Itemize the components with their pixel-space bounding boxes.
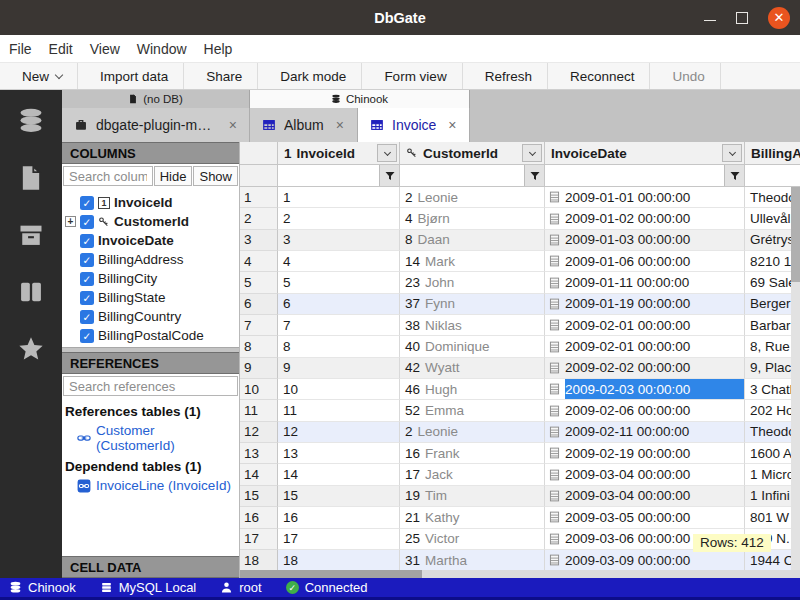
reference-link-invoiceline[interactable]: InvoiceLine (InvoiceId)	[65, 477, 237, 497]
invoice-date-cell[interactable]: 2009-03-04 00:00:00	[545, 486, 745, 507]
filter-menu-button[interactable]	[379, 165, 399, 186]
maximize-icon[interactable]	[736, 12, 748, 24]
columns-panel-header[interactable]: COLUMNS	[62, 142, 239, 164]
row-number-cell[interactable]: 14	[240, 464, 278, 485]
undo-button[interactable]: Undo	[650, 63, 720, 89]
tab-close-icon[interactable]: ×	[336, 117, 344, 133]
invoice-date-cell[interactable]: 2009-02-01 00:00:00	[545, 315, 745, 336]
column-checkbox[interactable]: ✓	[80, 196, 94, 210]
column-checkbox[interactable]: ✓	[80, 215, 94, 229]
customer-id-cell[interactable]: 16Frank	[400, 443, 545, 464]
menu-item-edit[interactable]: Edit	[49, 41, 73, 57]
customer-id-cell[interactable]: 8Daan	[400, 230, 545, 251]
invoice-id-cell[interactable]: 14	[278, 464, 400, 485]
customer-id-cell[interactable]: 14Mark	[400, 251, 545, 272]
column-checkbox[interactable]: ✓	[80, 272, 94, 286]
sidebar-archive-icon[interactable]	[16, 220, 46, 250]
status-root[interactable]: root	[220, 580, 261, 595]
row-number-cell[interactable]: 3	[240, 230, 278, 251]
row-number-cell[interactable]: 11	[240, 400, 278, 421]
column-item-invoiceid[interactable]: ✓1InvoiceId	[62, 193, 239, 212]
invoice-date-cell[interactable]: 2009-02-19 00:00:00	[545, 443, 745, 464]
invoice-id-cell[interactable]: 8	[278, 336, 400, 357]
close-icon[interactable]: ✕	[768, 7, 790, 29]
invoice-date-cell[interactable]: 2009-01-11 00:00:00	[545, 272, 745, 293]
customer-id-cell[interactable]: 2Leonie	[400, 422, 545, 443]
invoice-date-cell[interactable]: 2009-03-05 00:00:00	[545, 507, 745, 528]
row-number-cell[interactable]: 9	[240, 358, 278, 379]
row-number-cell[interactable]: 7	[240, 315, 278, 336]
customer-id-cell[interactable]: 46Hugh	[400, 379, 545, 400]
invoice-id-cell[interactable]: 7	[278, 315, 400, 336]
column-checkbox[interactable]: ✓	[80, 310, 94, 324]
invoice-id-cell[interactable]: 4	[278, 251, 400, 272]
invoice-id-cell[interactable]: 12	[278, 422, 400, 443]
column-menu-button[interactable]	[722, 144, 742, 162]
column-checkbox[interactable]: ✓	[80, 329, 94, 343]
import-data-button[interactable]: Import data	[78, 63, 184, 89]
row-number-cell[interactable]: 8	[240, 336, 278, 357]
new-button[interactable]: New	[0, 63, 78, 89]
expand-plus-icon[interactable]: +	[65, 216, 76, 227]
column-item-billingcountry[interactable]: ✓BillingCountry	[62, 307, 239, 326]
customer-id-cell[interactable]: 19Tim	[400, 486, 545, 507]
customer-id-cell[interactable]: 23John	[400, 272, 545, 293]
filter-menu-button[interactable]	[724, 165, 744, 186]
tab-album[interactable]: Album×	[250, 108, 358, 142]
status-mysql-local[interactable]: MySQL Local	[100, 580, 197, 595]
column-checkbox[interactable]: ✓	[80, 291, 94, 305]
invoice-id-cell[interactable]: 6	[278, 294, 400, 315]
invoice-date-cell[interactable]: 2009-01-02 00:00:00	[545, 208, 745, 229]
invoice-date-cell[interactable]: 2009-01-06 00:00:00	[545, 251, 745, 272]
menu-item-view[interactable]: View	[90, 41, 120, 57]
share-button[interactable]: Share	[184, 63, 258, 89]
column-header-invoiceid[interactable]: 1InvoiceId	[278, 142, 400, 165]
invoice-id-cell[interactable]: 15	[278, 486, 400, 507]
row-number-cell[interactable]: 4	[240, 251, 278, 272]
column-item-billingaddress[interactable]: ✓BillingAddress	[62, 250, 239, 269]
customer-id-cell[interactable]: 31Martha	[400, 550, 545, 571]
form-view-button[interactable]: Form view	[362, 63, 462, 89]
customer-id-cell[interactable]: 17Jack	[400, 464, 545, 485]
invoice-date-cell[interactable]: 2009-02-02 00:00:00	[545, 358, 745, 379]
vertical-scrollbar-thumb[interactable]	[791, 187, 800, 282]
filter-input-invoicedate[interactable]	[545, 165, 724, 186]
column-menu-button[interactable]	[377, 144, 397, 162]
column-header-invoicedate[interactable]: InvoiceDate	[545, 142, 745, 165]
menu-item-window[interactable]: Window	[137, 41, 187, 57]
tab-invoice[interactable]: Invoice×	[358, 108, 470, 142]
invoice-date-cell[interactable]: 2009-03-04 00:00:00	[545, 464, 745, 485]
tab-group-chinook[interactable]: Chinook	[250, 90, 470, 108]
cell-data-panel-header[interactable]: CELL DATA	[62, 556, 239, 578]
customer-id-cell[interactable]: 42Wyatt	[400, 358, 545, 379]
row-number-cell[interactable]: 5	[240, 272, 278, 293]
invoice-date-cell[interactable]: 2009-03-09 00:00:00	[545, 550, 745, 571]
column-checkbox[interactable]: ✓	[80, 234, 94, 248]
customer-id-cell[interactable]: 2Leonie	[400, 187, 545, 208]
menu-item-file[interactable]: File	[9, 41, 32, 57]
invoice-date-cell[interactable]: 2009-01-19 00:00:00	[545, 294, 745, 315]
invoice-id-cell[interactable]: 16	[278, 507, 400, 528]
invoice-id-cell[interactable]: 13	[278, 443, 400, 464]
status-chinook[interactable]: Chinook	[9, 580, 76, 595]
invoice-id-cell[interactable]: 17	[278, 529, 400, 550]
column-checkbox[interactable]: ✓	[80, 253, 94, 267]
invoice-date-cell[interactable]: 2009-02-06 00:00:00	[545, 400, 745, 421]
tab-group--no-db-[interactable]: (no DB)	[62, 90, 250, 108]
row-number-cell[interactable]: 12	[240, 422, 278, 443]
columns-search-input[interactable]	[63, 166, 153, 186]
customer-id-cell[interactable]: 37Fynn	[400, 294, 545, 315]
column-item-billingstate[interactable]: ✓BillingState	[62, 288, 239, 307]
column-header-billingaddress[interactable]: BillingAddress	[745, 142, 800, 165]
invoice-id-cell[interactable]: 18	[278, 550, 400, 571]
customer-id-cell[interactable]: 21Kathy	[400, 507, 545, 528]
invoice-id-cell[interactable]: 11	[278, 400, 400, 421]
invoice-id-cell[interactable]: 2	[278, 208, 400, 229]
invoice-date-cell[interactable]: 2009-02-01 00:00:00	[545, 336, 745, 357]
invoice-id-cell[interactable]: 5	[278, 272, 400, 293]
column-item-customerid[interactable]: +✓CustomerId	[62, 212, 239, 231]
filter-input-customerid[interactable]	[400, 165, 524, 186]
references-panel-header[interactable]: REFERENCES	[62, 352, 239, 374]
filter-menu-button[interactable]	[524, 165, 544, 186]
sidebar-star-icon[interactable]	[16, 334, 46, 364]
